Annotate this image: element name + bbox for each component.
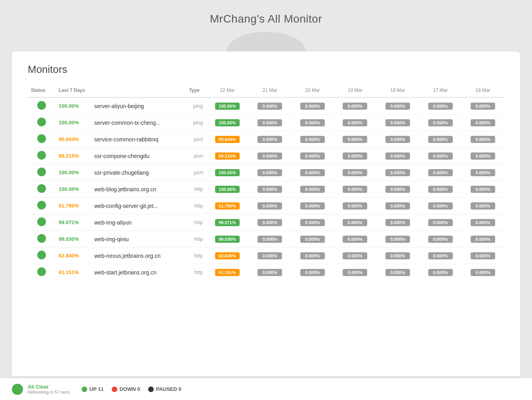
paused-label: PAUSED 0 [156, 386, 181, 392]
col-header-type: Type [178, 85, 206, 97]
footer-refresh: Refreshing in 57 secs [28, 390, 70, 394]
monitor-type: port [178, 164, 206, 181]
status-dot [37, 267, 46, 276]
bar-cell-3: 0.000% [334, 248, 377, 264]
bar-cell-4: 0.000% [376, 164, 419, 181]
uptime-bar-0: 100.00% [215, 103, 240, 110]
card-arc-decoration [0, 32, 532, 51]
monitor-type: http [178, 198, 206, 214]
main-card: Monitors Status Last 7 Days Type 22 Mar … [12, 51, 520, 376]
uptime-bar-3: 0.000% [343, 119, 367, 126]
uptime-bar-2: 0.000% [300, 169, 325, 176]
uptime-percentage: 100.00% [59, 170, 79, 175]
uptime-bar-5: 0.000% [428, 219, 453, 226]
bar-cell-2: 0.000% [291, 114, 334, 131]
status-dot [37, 217, 46, 226]
uptime-bar-5: 0.000% [428, 103, 453, 110]
monitor-type: port [178, 131, 206, 148]
uptime-bar-0: 100.00% [215, 169, 240, 176]
uptime-bar-5: 0.000% [428, 152, 453, 160]
monitor-name: web-nexus.jetbrains.org.cn [94, 253, 160, 259]
table-row[interactable]: 100.00%server-aliyun-beijingping100.00%0… [28, 97, 504, 114]
uptime-bar-3: 0.000% [343, 136, 367, 143]
uptime-bar-1: 0.000% [257, 202, 282, 210]
footer-status-dot [12, 384, 23, 395]
uptime-bar-0: 99.071% [215, 219, 240, 226]
bar-cell-2: 0.000% [291, 181, 334, 198]
footer-counts: UP 11 DOWN 0 PAUSED 0 [82, 386, 181, 392]
bar-cell-5: 0.000% [419, 148, 462, 164]
bar-cell-3: 0.000% [334, 148, 377, 164]
monitor-name: web-config-server-git.jet... [94, 203, 158, 209]
table-row[interactable]: 100.00%server-common-tx-cheng...ping100.… [28, 114, 504, 131]
uptime-bar-4: 0.000% [385, 152, 410, 160]
table-row[interactable]: 61.790%web-config-server-git.jet...http6… [28, 198, 504, 214]
uptime-bar-3: 0.000% [343, 252, 367, 259]
table-row[interactable]: 61.151%web-start.jetbrains.org.cnhttp61.… [28, 264, 504, 281]
bar-cell-6: 0.000% [461, 97, 504, 114]
uptime-bar-0: 90.844% [215, 136, 240, 143]
uptime-bar-3: 0.000% [343, 269, 367, 276]
uptime-bar-1: 0.000% [257, 103, 282, 110]
uptime-percentage: 61.151% [59, 269, 79, 275]
uptime-bar-6: 0.000% [471, 119, 495, 126]
uptime-percentage: 61.790% [59, 203, 79, 209]
bar-cell-5: 0.000% [419, 97, 462, 114]
uptime-bar-3: 0.000% [343, 103, 367, 110]
uptime-bar-6: 0.000% [471, 202, 495, 210]
page-title: MrChang's All Monitor [0, 13, 532, 25]
table-row[interactable]: 90.844%service-common-rabbitmqport90.844… [28, 131, 504, 148]
col-header-date-4: 18 Mar [376, 85, 419, 97]
uptime-bar-2: 0.000% [300, 252, 325, 259]
bar-cell-6: 0.000% [461, 198, 504, 214]
uptime-bar-1: 0.000% [257, 136, 282, 143]
uptime-bar-1: 0.000% [257, 219, 282, 226]
uptime-bar-2: 0.000% [300, 119, 325, 126]
bar-cell-4: 0.000% [376, 114, 419, 131]
uptime-bar-6: 0.000% [471, 269, 495, 276]
uptime-bar-1: 0.000% [257, 236, 282, 243]
monitor-type: ping [178, 114, 206, 131]
table-row[interactable]: 99.071%web-img-aliyunhttp99.071%0.000%0.… [28, 214, 504, 231]
uptime-percentage: 62.840% [59, 253, 79, 259]
uptime-percentage: 88.215% [59, 153, 79, 159]
uptime-bar-6: 0.000% [471, 103, 495, 110]
table-row[interactable]: 100.00%web-blog.jetbrains.org.cnhttp100.… [28, 181, 504, 198]
col-header-status: Status [28, 85, 55, 97]
bar-cell-5: 0.000% [419, 131, 462, 148]
monitor-type: http [178, 248, 206, 264]
table-row[interactable]: 88.215%ssr-compone-chengduport88.215%0.0… [28, 148, 504, 164]
up-label: UP 11 [90, 386, 104, 392]
count-up: UP 11 [82, 386, 104, 392]
bar-cell-5: 0.000% [419, 181, 462, 198]
footer-all-clear: All Clear [28, 384, 70, 390]
uptime-bar-6: 0.000% [471, 186, 495, 193]
bar-cell-1: 0.000% [249, 248, 292, 264]
uptime-percentage: 100.00% [59, 186, 79, 192]
bar-cell-2: 0.000% [291, 97, 334, 114]
bar-cell-0: 88.215% [206, 148, 249, 164]
uptime-percentage: 100.00% [59, 120, 79, 126]
bar-cell-2: 0.000% [291, 148, 334, 164]
uptime-percentage: 90.844% [59, 136, 79, 142]
bar-cell-3: 0.000% [334, 231, 377, 248]
bar-cell-6: 0.000% [461, 164, 504, 181]
bar-cell-6: 0.000% [461, 214, 504, 231]
col-header-date-2: 20 Mar [291, 85, 334, 97]
uptime-bar-1: 0.000% [257, 169, 282, 176]
arc-shape [227, 32, 306, 51]
uptime-bar-4: 0.000% [385, 136, 410, 143]
uptime-bar-2: 0.000% [300, 186, 325, 193]
monitor-name: ssr-private-zhugeliang [94, 170, 149, 176]
monitor-name: web-img-aliyun [94, 219, 132, 226]
bar-cell-6: 0.000% [461, 231, 504, 248]
bar-cell-1: 0.000% [249, 148, 292, 164]
up-dot [82, 387, 87, 392]
uptime-bar-4: 0.000% [385, 119, 410, 126]
uptime-bar-3: 0.000% [343, 236, 367, 243]
bar-cell-3: 0.000% [334, 114, 377, 131]
monitor-type: port [178, 148, 206, 164]
table-row[interactable]: 62.840%web-nexus.jetbrains.org.cnhttp62.… [28, 248, 504, 264]
table-row[interactable]: 99.030%web-img-qiniuhttp99.030%0.000%0.0… [28, 231, 504, 248]
table-row[interactable]: 100.00%ssr-private-zhugeliangport100.00%… [28, 164, 504, 181]
